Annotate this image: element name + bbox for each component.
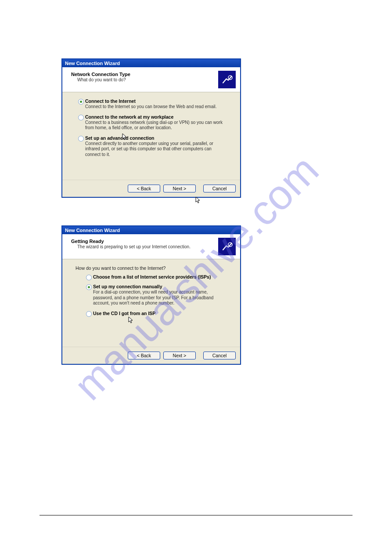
cancel-button[interactable]: Cancel: [203, 352, 236, 359]
option-label: Set up an advanced connection: [85, 135, 230, 141]
radio-icon: [86, 311, 92, 317]
radio-option-connect-workplace[interactable]: Connect to the network at my workplace C…: [78, 114, 230, 131]
radio-icon: [78, 115, 84, 120]
radio-icon: [78, 99, 84, 105]
option-description: Connect to a business network (using dia…: [85, 120, 230, 131]
option-label: Set up my connection manually: [93, 284, 230, 289]
radio-option-advanced-connection[interactable]: Set up an advanced connection Connect di…: [78, 135, 230, 158]
back-button[interactable]: < Back: [128, 185, 160, 192]
dialog-body: Connect to the Internet Connect to the I…: [62, 92, 240, 180]
dialog-header-text: Network Connection Type What do you want…: [71, 71, 130, 82]
dialog-button-row: < Back Next > Cancel: [62, 180, 240, 197]
wizard-icon: [218, 238, 236, 255]
cancel-button[interactable]: Cancel: [203, 185, 236, 192]
next-button[interactable]: Next >: [163, 352, 196, 359]
dialog-header-text: Getting Ready The wizard is preparing to…: [71, 238, 191, 249]
option-label: Connect to the network at my workplace: [85, 114, 230, 120]
cursor-icon: [128, 316, 133, 324]
radio-icon: [86, 275, 92, 280]
dialog-header-subtitle: What do you want to do?: [71, 77, 130, 82]
wizard-dialog-connection-type: New Connection Wizard Network Connection…: [61, 58, 241, 198]
radio-option-connect-internet[interactable]: Connect to the Internet Connect to the I…: [78, 98, 230, 110]
option-description: Connect directly to another computer usi…: [85, 141, 230, 158]
back-button[interactable]: < Back: [128, 352, 160, 359]
option-description: For a dial-up connection, you will need …: [93, 290, 230, 306]
wizard-dialog-getting-ready: New Connection Wizard Getting Ready The …: [61, 225, 241, 365]
footer-divider: [40, 515, 352, 515]
wizard-icon: [218, 71, 236, 88]
radio-icon: [78, 136, 84, 141]
dialog-titlebar: New Connection Wizard: [62, 226, 240, 234]
next-button[interactable]: Next >: [163, 185, 196, 192]
dialog-titlebar: New Connection Wizard: [62, 59, 240, 67]
radio-option-choose-isp-list[interactable]: Choose from a list of Internet service p…: [78, 274, 230, 279]
option-description: Connect to the Internet so you can brows…: [85, 104, 230, 110]
dialog-button-row: < Back Next > Cancel: [62, 347, 240, 364]
document-page: New Connection Wizard Network Connection…: [0, 0, 392, 365]
dialog-header-title: Network Connection Type: [71, 72, 130, 77]
dialog-body: How do you want to connect to the Intern…: [62, 259, 240, 347]
option-label: Connect to the Internet: [85, 98, 230, 104]
option-label: Choose from a list of Internet service p…: [93, 274, 230, 279]
option-label: Use the CD I got from an ISP: [93, 311, 230, 316]
dialog-header-subtitle: The wizard is preparing to set up your I…: [71, 244, 191, 249]
dialog-header: Network Connection Type What do you want…: [62, 67, 240, 92]
dialog-header: Getting Ready The wizard is preparing to…: [62, 234, 240, 259]
radio-option-setup-manually[interactable]: Set up my connection manually For a dial…: [78, 284, 230, 306]
dialog-header-title: Getting Ready: [71, 239, 191, 244]
radio-option-use-cd[interactable]: Use the CD I got from an ISP: [78, 311, 230, 316]
body-question: How do you want to connect to the Intern…: [76, 265, 230, 271]
radio-icon: [86, 284, 92, 290]
